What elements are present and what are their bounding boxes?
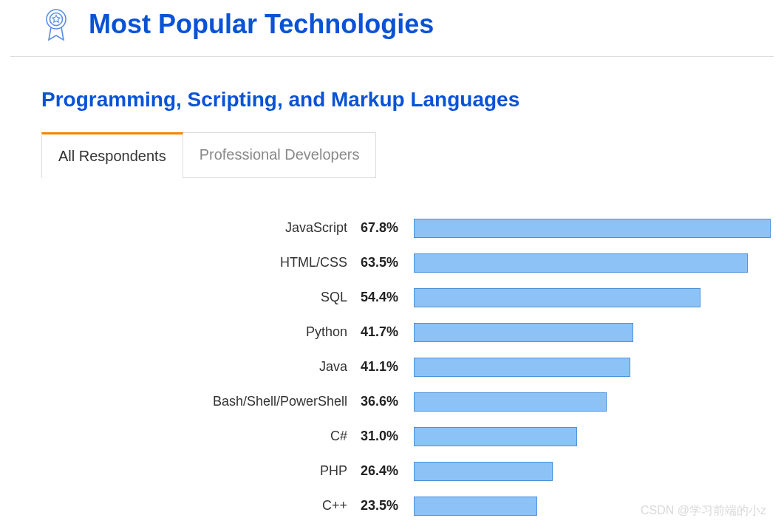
bar-percent: 26.4% [361,463,414,479]
bar-fill[interactable] [414,462,553,481]
bar-percent: 63.5% [361,255,414,270]
bar-row: HTML/CSS 63.5% [0,245,771,280]
bar-row: SQL 54.4% [0,280,771,315]
bar-track [414,323,771,342]
bar-fill[interactable] [414,288,701,307]
bar-percent: 41.1% [361,359,414,375]
bar-row: C++ 23.5% [0,488,771,523]
bar-label: Python [0,324,361,340]
bar-track [414,497,771,516]
bar-row: Bash/Shell/PowerShell 36.6% [0,384,771,419]
bar-fill[interactable] [414,253,748,273]
bar-label: HTML/CSS [0,255,361,270]
header: Most Popular Technologies [10,0,774,57]
bar-percent: 54.4% [361,290,414,305]
bar-track [414,392,771,412]
page-title: Most Popular Technologies [89,9,434,40]
bar-label: C++ [0,498,361,514]
bar-fill[interactable] [414,497,537,516]
bar-fill[interactable] [414,427,577,446]
bar-label: C# [0,429,361,444]
bar-fill[interactable] [414,392,607,412]
ribbon-award-icon [41,7,71,43]
bar-percent: 36.6% [361,394,414,409]
bar-row: PHP 26.4% [0,454,771,488]
bar-row: Python 41.7% [0,315,771,349]
bar-label: Java [0,359,361,375]
bar-label: SQL [0,290,361,305]
bar-track [414,288,771,307]
section-title: Programming, Scripting, and Markup Langu… [0,57,784,132]
bar-label: PHP [0,463,361,479]
bar-fill[interactable] [414,358,630,377]
tabs: All Respondents Professional Developers [41,132,784,178]
bar-row: JavaScript 67.8% [0,211,771,245]
bar-percent: 23.5% [361,498,414,514]
bar-percent: 67.8% [361,220,414,236]
bar-chart: JavaScript 67.8% HTML/CSS 63.5% SQL 54.4… [0,211,784,523]
bar-track [414,253,771,273]
bar-percent: 31.0% [361,429,414,444]
tab-professional-developers[interactable]: Professional Developers [183,132,377,178]
bar-percent: 41.7% [361,324,414,340]
bar-track [414,462,771,481]
bar-track [414,219,771,238]
bar-label: JavaScript [0,220,361,236]
bar-row: C# 31.0% [0,419,771,454]
bar-track [414,358,771,377]
bar-track [414,427,771,446]
bar-fill[interactable] [414,219,771,238]
tab-all-respondents[interactable]: All Respondents [41,132,183,178]
bar-row: Java 41.1% [0,349,771,384]
bar-fill[interactable] [414,323,633,342]
bar-label: Bash/Shell/PowerShell [0,394,361,409]
